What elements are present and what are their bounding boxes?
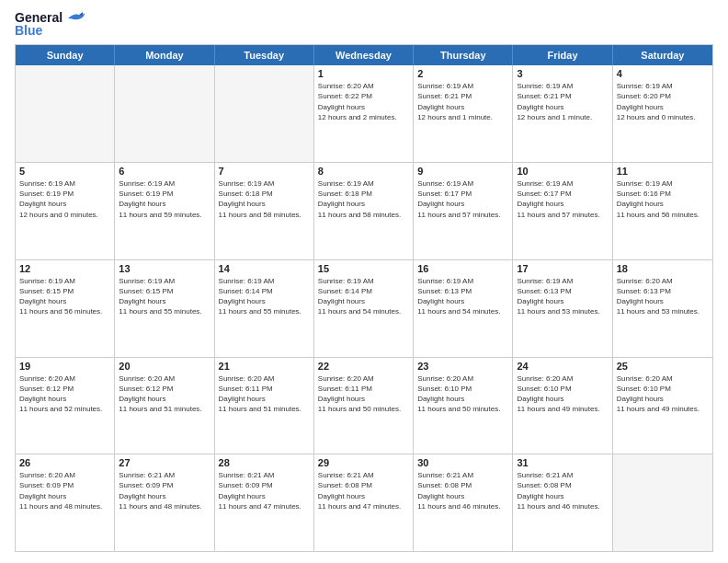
cell-info: Sunrise: 6:20 AMSunset: 6:11 PMDaylight …: [318, 373, 409, 415]
day-number: 22: [318, 361, 409, 372]
day-number: 7: [219, 166, 310, 177]
calendar-cell: 22Sunrise: 6:20 AMSunset: 6:11 PMDayligh…: [314, 358, 414, 454]
calendar-cell: 20Sunrise: 6:20 AMSunset: 6:12 PMDayligh…: [115, 358, 214, 454]
day-number: 20: [119, 361, 210, 372]
header-day-friday: Friday: [513, 45, 612, 65]
calendar-cell: 31Sunrise: 6:21 AMSunset: 6:08 PMDayligh…: [513, 454, 612, 551]
calendar-cell: 1Sunrise: 6:20 AMSunset: 6:22 PMDaylight…: [314, 65, 414, 162]
calendar-cell: 25Sunrise: 6:20 AMSunset: 6:10 PMDayligh…: [613, 358, 712, 454]
calendar-cell: 9Sunrise: 6:19 AMSunset: 6:17 PMDaylight…: [414, 163, 513, 259]
cell-info: Sunrise: 6:19 AMSunset: 6:17 PMDaylight …: [517, 178, 608, 220]
calendar-cell: 7Sunrise: 6:19 AMSunset: 6:18 PMDaylight…: [215, 163, 314, 259]
cell-info: Sunrise: 6:19 AMSunset: 6:21 PMDaylight …: [517, 81, 608, 122]
header-day-saturday: Saturday: [613, 45, 712, 65]
day-number: 21: [219, 361, 310, 372]
cell-info: Sunrise: 6:21 AMSunset: 6:08 PMDaylight …: [417, 470, 508, 511]
calendar-cell: 11Sunrise: 6:19 AMSunset: 6:16 PMDayligh…: [613, 163, 712, 259]
cell-info: Sunrise: 6:19 AMSunset: 6:18 PMDaylight …: [318, 178, 409, 220]
day-number: 13: [119, 263, 210, 274]
cell-info: Sunrise: 6:19 AMSunset: 6:19 PMDaylight …: [19, 178, 110, 220]
day-number: 4: [617, 68, 709, 79]
calendar-row-2: 12Sunrise: 6:19 AMSunset: 6:15 PMDayligh…: [16, 260, 712, 358]
day-number: 23: [417, 361, 508, 372]
page: General Blue SundayMondayTuesdayWednesda…: [0, 0, 728, 563]
day-number: 24: [517, 361, 608, 372]
calendar-row-3: 19Sunrise: 6:20 AMSunset: 6:12 PMDayligh…: [16, 358, 712, 455]
cell-info: Sunrise: 6:20 AMSunset: 6:10 PMDaylight …: [517, 373, 608, 415]
calendar-cell: 23Sunrise: 6:20 AMSunset: 6:10 PMDayligh…: [414, 358, 513, 454]
calendar-cell: [16, 65, 115, 162]
calendar-header: SundayMondayTuesdayWednesdayThursdayFrid…: [16, 45, 712, 65]
day-number: 3: [517, 68, 608, 79]
calendar-cell: 2Sunrise: 6:19 AMSunset: 6:21 PMDaylight…: [414, 65, 513, 162]
day-number: 27: [119, 457, 210, 468]
cell-info: Sunrise: 6:20 AMSunset: 6:11 PMDaylight …: [219, 373, 310, 415]
day-number: 10: [517, 166, 608, 177]
cell-info: Sunrise: 6:20 AMSunset: 6:22 PMDaylight …: [318, 81, 409, 122]
day-number: 17: [517, 263, 608, 274]
cell-info: Sunrise: 6:19 AMSunset: 6:15 PMDaylight …: [119, 276, 210, 317]
day-number: 16: [417, 263, 508, 274]
calendar-body: 1Sunrise: 6:20 AMSunset: 6:22 PMDaylight…: [16, 65, 712, 551]
cell-info: Sunrise: 6:19 AMSunset: 6:19 PMDaylight …: [119, 178, 210, 220]
day-number: 19: [19, 361, 110, 372]
day-number: 29: [318, 457, 409, 468]
calendar-cell: 16Sunrise: 6:19 AMSunset: 6:13 PMDayligh…: [414, 260, 513, 357]
calendar-cell: 8Sunrise: 6:19 AMSunset: 6:18 PMDaylight…: [314, 163, 414, 259]
header-day-thursday: Thursday: [414, 45, 513, 65]
header-day-tuesday: Tuesday: [215, 45, 314, 65]
calendar-cell: 28Sunrise: 6:21 AMSunset: 6:09 PMDayligh…: [215, 454, 314, 551]
cell-info: Sunrise: 6:21 AMSunset: 6:09 PMDaylight …: [219, 470, 310, 511]
calendar-cell: 29Sunrise: 6:21 AMSunset: 6:08 PMDayligh…: [314, 454, 414, 551]
cell-info: Sunrise: 6:19 AMSunset: 6:15 PMDaylight …: [19, 276, 110, 317]
cell-info: Sunrise: 6:20 AMSunset: 6:12 PMDaylight …: [19, 373, 110, 415]
calendar-row-0: 1Sunrise: 6:20 AMSunset: 6:22 PMDaylight…: [16, 65, 712, 163]
header-day-monday: Monday: [115, 45, 214, 65]
calendar-row-4: 26Sunrise: 6:20 AMSunset: 6:09 PMDayligh…: [16, 454, 712, 551]
day-number: 9: [417, 166, 508, 177]
day-number: 28: [219, 457, 310, 468]
day-number: 14: [219, 263, 310, 274]
cell-info: Sunrise: 6:20 AMSunset: 6:10 PMDaylight …: [417, 373, 508, 415]
cell-info: Sunrise: 6:19 AMSunset: 6:17 PMDaylight …: [417, 178, 508, 220]
day-number: 8: [318, 166, 409, 177]
calendar-cell: 17Sunrise: 6:19 AMSunset: 6:13 PMDayligh…: [513, 260, 612, 357]
day-number: 30: [417, 457, 508, 468]
calendar-cell: 6Sunrise: 6:19 AMSunset: 6:19 PMDaylight…: [115, 163, 214, 259]
day-number: 26: [19, 457, 110, 468]
day-number: 12: [19, 263, 110, 274]
cell-info: Sunrise: 6:19 AMSunset: 6:18 PMDaylight …: [219, 178, 310, 220]
calendar-cell: 30Sunrise: 6:21 AMSunset: 6:08 PMDayligh…: [414, 454, 513, 551]
calendar: SundayMondayTuesdayWednesdayThursdayFrid…: [15, 44, 713, 552]
day-number: 6: [119, 166, 210, 177]
cell-info: Sunrise: 6:20 AMSunset: 6:12 PMDaylight …: [119, 373, 210, 415]
logo: General Blue: [15, 11, 86, 37]
calendar-cell: 10Sunrise: 6:19 AMSunset: 6:17 PMDayligh…: [513, 163, 612, 259]
day-number: 31: [517, 457, 608, 468]
cell-info: Sunrise: 6:21 AMSunset: 6:08 PMDaylight …: [517, 470, 608, 511]
calendar-cell: 13Sunrise: 6:19 AMSunset: 6:15 PMDayligh…: [115, 260, 214, 357]
calendar-cell: 14Sunrise: 6:19 AMSunset: 6:14 PMDayligh…: [215, 260, 314, 357]
calendar-cell: 12Sunrise: 6:19 AMSunset: 6:15 PMDayligh…: [16, 260, 115, 357]
day-number: 25: [617, 361, 709, 372]
cell-info: Sunrise: 6:20 AMSunset: 6:10 PMDaylight …: [617, 373, 709, 415]
cell-info: Sunrise: 6:19 AMSunset: 6:14 PMDaylight …: [318, 276, 409, 317]
cell-info: Sunrise: 6:19 AMSunset: 6:13 PMDaylight …: [517, 276, 608, 317]
header-day-sunday: Sunday: [16, 45, 115, 65]
calendar-cell: [215, 65, 314, 162]
cell-info: Sunrise: 6:19 AMSunset: 6:14 PMDaylight …: [219, 276, 310, 317]
calendar-row-1: 5Sunrise: 6:19 AMSunset: 6:19 PMDaylight…: [16, 163, 712, 260]
cell-info: Sunrise: 6:20 AMSunset: 6:13 PMDaylight …: [617, 276, 709, 317]
header: General Blue: [15, 11, 713, 37]
calendar-cell: 26Sunrise: 6:20 AMSunset: 6:09 PMDayligh…: [16, 454, 115, 551]
day-number: 18: [617, 263, 709, 274]
calendar-cell: 5Sunrise: 6:19 AMSunset: 6:19 PMDaylight…: [16, 163, 115, 259]
day-number: 1: [318, 68, 409, 79]
calendar-cell: 19Sunrise: 6:20 AMSunset: 6:12 PMDayligh…: [16, 358, 115, 454]
calendar-cell: 4Sunrise: 6:19 AMSunset: 6:20 PMDaylight…: [613, 65, 712, 162]
day-number: 15: [318, 263, 409, 274]
calendar-cell: 27Sunrise: 6:21 AMSunset: 6:09 PMDayligh…: [115, 454, 214, 551]
calendar-cell: [613, 454, 712, 551]
calendar-cell: 15Sunrise: 6:19 AMSunset: 6:14 PMDayligh…: [314, 260, 414, 357]
calendar-cell: [115, 65, 214, 162]
